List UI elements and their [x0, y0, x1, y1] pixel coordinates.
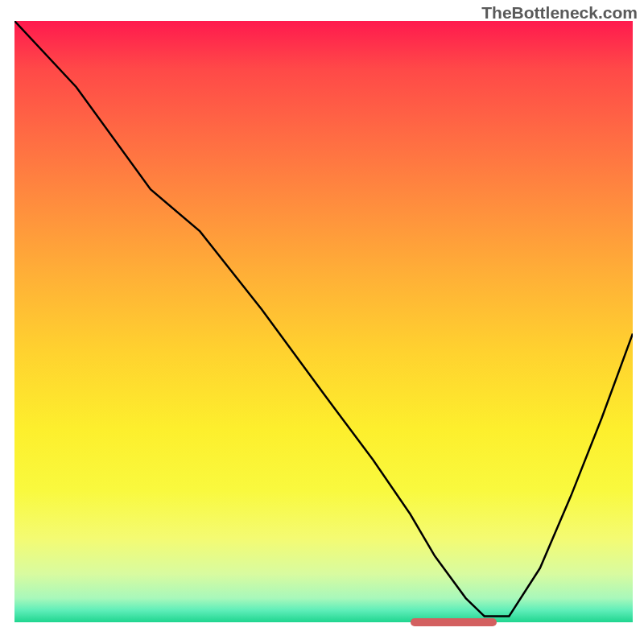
optimal-range-marker [411, 618, 497, 626]
chart-curve [14, 21, 633, 630]
chart-container [14, 21, 633, 630]
watermark-text: TheBottleneck.com [481, 3, 638, 23]
